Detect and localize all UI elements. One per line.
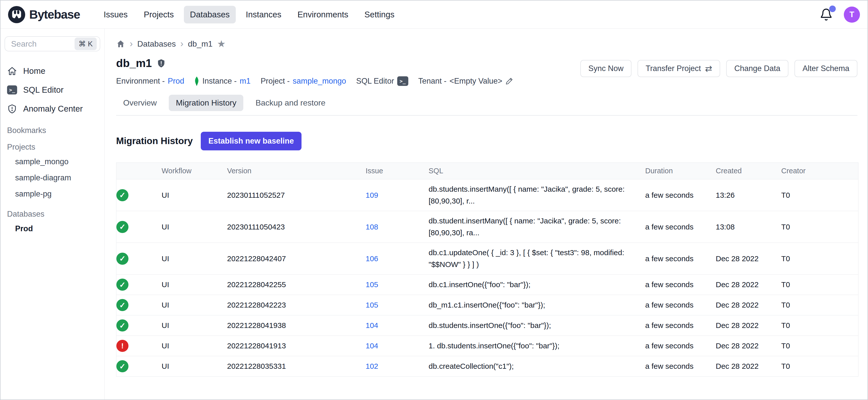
sidebar-project-sample-pg[interactable]: sample-pg <box>4 186 100 202</box>
issue-link[interactable]: 105 <box>366 280 378 289</box>
sidebar-item-anomaly-center[interactable]: Anomaly Center <box>4 99 100 118</box>
nav-databases[interactable]: Databases <box>184 6 236 24</box>
sidebar-menu: Home >_ SQL Editor Anomaly Center <box>4 61 100 118</box>
search-box[interactable]: ⌘ K <box>4 36 100 51</box>
home-icon[interactable] <box>116 39 125 49</box>
instance-link[interactable]: m1 <box>240 76 251 86</box>
status-success-icon <box>116 299 128 311</box>
created-cell: Dec 28 2022 <box>716 356 781 376</box>
created-cell: 13:08 <box>716 211 781 243</box>
bytebase-logo-icon <box>8 6 25 23</box>
instance-label: Instance - <box>202 76 237 86</box>
col-issue: Issue <box>366 163 429 179</box>
creator-cell: T0 <box>781 295 859 315</box>
environment-link[interactable]: Prod <box>168 76 184 86</box>
sql-editor-meta: SQL Editor >_ <box>356 76 408 86</box>
table-row[interactable]: UI 20221228042223 105 db_m1.c1.insertOne… <box>116 295 859 315</box>
project-link[interactable]: sample_mongo <box>293 76 346 86</box>
notifications-button[interactable] <box>819 8 833 21</box>
col-sql: SQL <box>429 163 645 179</box>
duration-cell: a few seconds <box>645 179 716 211</box>
terminal-icon[interactable]: >_ <box>397 76 408 86</box>
table-row[interactable]: UI 20221228042255 105 db.c1.insertOne({"… <box>116 275 859 295</box>
workflow-cell: UI <box>162 295 227 315</box>
table-row[interactable]: UI 20221228041913 104 1. db.students.ins… <box>116 336 859 356</box>
status-success-icon <box>116 253 128 265</box>
breadcrumb-databases[interactable]: Databases <box>137 39 176 49</box>
transfer-arrows-icon: ⇄ <box>705 63 712 73</box>
duration-cell: a few seconds <box>645 243 716 275</box>
creator-cell: T0 <box>781 336 859 356</box>
sidebar-section-bookmarks: Bookmarks <box>7 126 100 135</box>
nav-instances[interactable]: Instances <box>240 6 287 24</box>
sidebar-project-sample-diagram[interactable]: sample-diagram <box>4 170 100 186</box>
status-success-icon <box>116 319 128 332</box>
tenant-label: Tenant - <box>418 76 446 86</box>
duration-cell: a few seconds <box>645 336 716 356</box>
version-cell: 20221228042255 <box>227 275 366 295</box>
creator-cell: T0 <box>781 356 859 376</box>
sidebar-item-label: SQL Editor <box>23 85 63 95</box>
issue-link[interactable]: 102 <box>366 362 378 370</box>
page-title: db_m1 <box>116 57 152 69</box>
issue-link[interactable]: 109 <box>366 191 378 199</box>
issue-link[interactable]: 105 <box>366 301 378 309</box>
issue-link[interactable]: 108 <box>366 223 378 231</box>
mongodb-leaf-icon <box>194 76 199 86</box>
search-input[interactable] <box>10 39 74 49</box>
transfer-project-button[interactable]: Transfer Project ⇄ <box>638 60 720 77</box>
tab-backup-and-restore[interactable]: Backup and restore <box>248 95 333 111</box>
table-row[interactable]: UI 20230111052527 109 db.students.insert… <box>116 179 859 211</box>
nav-settings[interactable]: Settings <box>359 6 401 24</box>
tab-overview[interactable]: Overview <box>116 95 164 111</box>
issue-link[interactable]: 106 <box>366 254 378 263</box>
issue-link[interactable]: 104 <box>366 321 378 330</box>
nav-environments[interactable]: Environments <box>291 6 354 24</box>
sidebar-item-sql-editor[interactable]: >_ SQL Editor <box>4 81 100 99</box>
creator-cell: T0 <box>781 275 859 295</box>
table-row[interactable]: UI 20230111050423 108 db.student.insertM… <box>116 211 859 243</box>
sidebar-database-prod[interactable]: Prod <box>4 221 100 237</box>
sidebar-section-databases: Databases <box>7 210 100 219</box>
star-icon[interactable]: ★ <box>217 38 226 50</box>
status-success-icon <box>116 279 128 291</box>
establish-baseline-button[interactable]: Establish new baseline <box>201 132 301 150</box>
nav-projects[interactable]: Projects <box>138 6 180 24</box>
alter-schema-button[interactable]: Alter Schema <box>795 60 858 77</box>
instance-meta: Instance - m1 <box>194 76 250 86</box>
table-row[interactable]: UI 20221228042407 106 db.c1.updateOne( {… <box>116 243 859 275</box>
col-version: Version <box>227 163 366 179</box>
sidebar-project-sample-mongo[interactable]: sample_mongo <box>4 154 100 170</box>
sql-cell: db.students.insertOne({"foo": "bar"}); <box>429 315 645 336</box>
table-row[interactable]: UI 20221228035331 102 db.createCollectio… <box>116 356 859 376</box>
search-shortcut-badge: ⌘ K <box>74 37 97 50</box>
status-success-icon <box>116 360 128 372</box>
topbar-right: T <box>819 6 860 23</box>
created-cell: Dec 28 2022 <box>716 243 781 275</box>
tab-migration-history[interactable]: Migration History <box>169 95 243 111</box>
app-window: Bytebase Issues Projects Databases Insta… <box>0 0 868 400</box>
tenant-value: <Empty Value> <box>450 76 502 86</box>
breadcrumb-db-m1[interactable]: db_m1 <box>188 39 213 49</box>
version-cell: 20221228035331 <box>227 356 366 376</box>
pencil-icon[interactable] <box>505 77 513 85</box>
user-avatar[interactable]: T <box>844 6 860 23</box>
environment-meta: Environment - Prod <box>116 76 184 86</box>
status-success-icon <box>116 189 128 201</box>
creator-cell: T0 <box>781 243 859 275</box>
sidebar-item-home[interactable]: Home <box>4 61 100 81</box>
nav-issues[interactable]: Issues <box>97 6 133 24</box>
migration-history-heading: Migration History <box>116 136 193 146</box>
table-row[interactable]: UI 20221228041938 104 db.students.insert… <box>116 315 859 336</box>
creator-cell: T0 <box>781 179 859 211</box>
issue-link[interactable]: 104 <box>366 342 378 350</box>
title-and-meta: db_m1 Environment - Prod <box>116 57 513 86</box>
project-label: Project - <box>261 76 290 86</box>
sidebar-item-label: Anomaly Center <box>23 104 83 114</box>
change-data-button[interactable]: Change Data <box>726 60 788 77</box>
brand-logo[interactable]: Bytebase <box>8 6 80 23</box>
home-icon <box>7 66 17 76</box>
sync-now-button[interactable]: Sync Now <box>580 60 632 77</box>
migration-history-table: Workflow Version Issue SQL Duration Crea… <box>116 162 859 376</box>
detail-tabs: Overview Migration History Backup and re… <box>116 95 858 116</box>
